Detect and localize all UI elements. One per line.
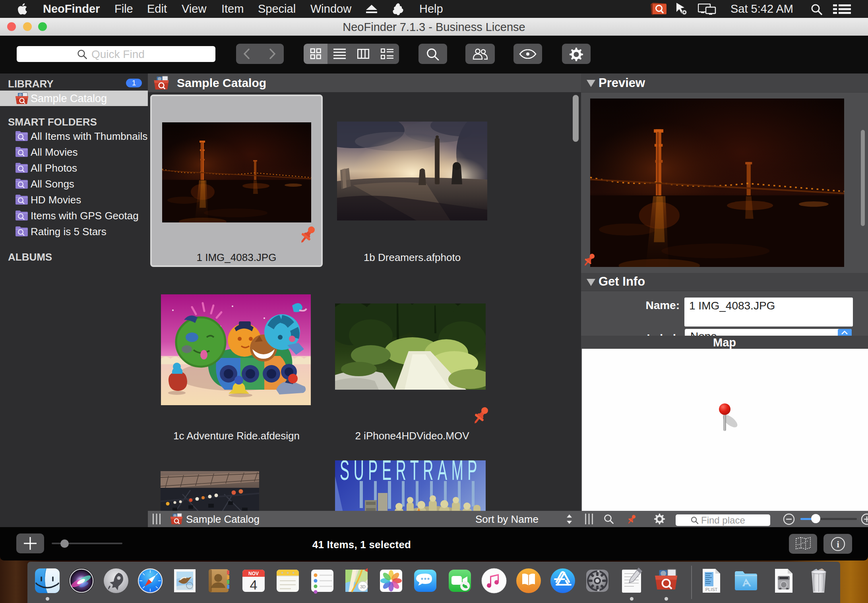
svg-text:PLIST: PLIST — [705, 587, 718, 592]
svg-text:4: 4 — [250, 577, 258, 592]
svg-text:NOV: NOV — [248, 571, 259, 576]
svg-text:i: i — [837, 539, 839, 549]
svg-text:3D: 3D — [360, 584, 366, 589]
